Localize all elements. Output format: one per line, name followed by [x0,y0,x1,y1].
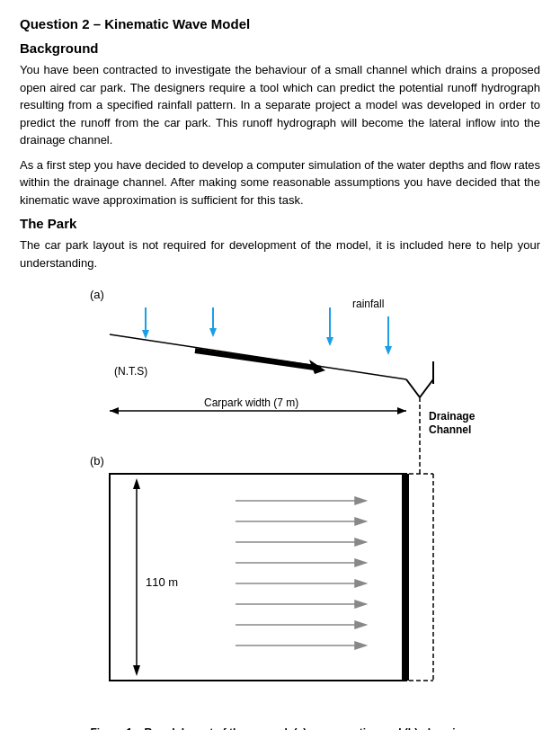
nts-label: (N.T.S) [114,365,147,378]
carpark-width-label: Carpark width (7 m) [204,396,298,409]
svg-marker-25 [133,478,140,489]
rainfall-label: rainfall [352,298,384,310]
label-b: (b) [90,454,104,467]
svg-line-11 [406,379,420,397]
svg-marker-6 [326,337,333,346]
figure-svg: (a) rainfall (N.T.S) Carpark wi [56,280,505,721]
drainage-channel-label2: Channel [429,423,471,436]
svg-marker-34 [355,559,366,566]
park-para-1: The car park layout is not required for … [20,236,540,272]
svg-marker-26 [133,665,140,676]
svg-marker-38 [355,601,366,608]
question-title: Question 2 – Kinematic Wave Model [20,16,540,31]
figure-caption: Figure 1 – Rough layout of the car park … [90,726,469,730]
background-heading: Background [20,40,540,56]
svg-marker-32 [355,539,366,546]
svg-marker-30 [355,518,366,525]
label-a: (a) [90,288,104,301]
park-heading: The Park [20,216,540,231]
background-para-1: You have been contracted to investigate … [20,61,540,149]
figure-container: (a) rainfall (N.T.S) Carpark wi [20,280,540,730]
svg-marker-8 [385,346,392,355]
svg-marker-40 [355,621,366,628]
background-para-2: As a first step you have decided to deve… [20,156,540,209]
drainage-channel-label: Drainage [429,410,476,423]
svg-marker-15 [110,407,119,414]
svg-marker-4 [209,328,217,337]
svg-line-12 [420,379,433,397]
svg-marker-42 [355,642,366,649]
svg-marker-16 [397,407,406,414]
svg-marker-36 [355,580,366,587]
length-label: 110 m [146,575,178,589]
svg-marker-2 [142,330,149,339]
svg-marker-28 [355,497,366,504]
svg-line-9 [195,351,321,369]
